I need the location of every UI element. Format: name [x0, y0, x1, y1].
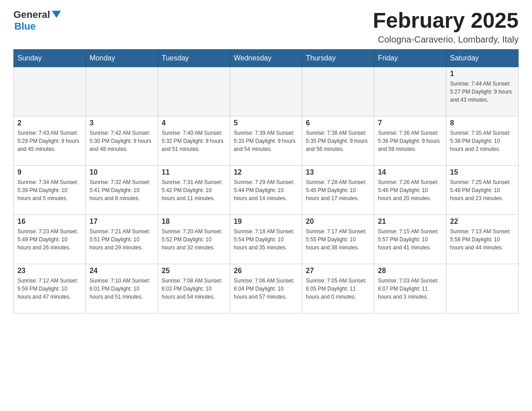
logo: General Blue	[13, 9, 61, 32]
day-number: 24	[90, 267, 154, 275]
header-sunday: Sunday	[14, 49, 86, 67]
day-info: Sunrise: 7:36 AM Sunset: 5:36 PM Dayligh…	[378, 129, 442, 153]
header-wednesday: Wednesday	[230, 49, 302, 67]
day-number: 26	[234, 267, 298, 275]
day-number: 23	[17, 267, 82, 275]
day-cell-4-2: 25Sunrise: 7:08 AM Sunset: 6:02 PM Dayli…	[158, 264, 230, 313]
week-row-4: 16Sunrise: 7:23 AM Sunset: 5:49 PM Dayli…	[14, 214, 519, 264]
day-cell-2-2: 11Sunrise: 7:31 AM Sunset: 5:42 PM Dayli…	[158, 165, 230, 214]
day-cell-4-1: 24Sunrise: 7:10 AM Sunset: 6:01 PM Dayli…	[86, 264, 158, 313]
day-info: Sunrise: 7:38 AM Sunset: 5:35 PM Dayligh…	[306, 129, 370, 153]
day-cell-2-5: 14Sunrise: 7:26 AM Sunset: 5:46 PM Dayli…	[374, 165, 446, 214]
day-cell-4-4: 27Sunrise: 7:05 AM Sunset: 6:05 PM Dayli…	[302, 264, 374, 313]
day-info: Sunrise: 7:35 AM Sunset: 5:38 PM Dayligh…	[450, 129, 515, 153]
day-info: Sunrise: 7:29 AM Sunset: 5:44 PM Dayligh…	[234, 178, 298, 202]
day-number: 16	[17, 218, 82, 226]
day-cell-0-5	[374, 67, 446, 116]
day-cell-1-6: 8Sunrise: 7:35 AM Sunset: 5:38 PM Daylig…	[446, 116, 519, 165]
day-cell-0-6: 1Sunrise: 7:44 AM Sunset: 5:27 PM Daylig…	[446, 67, 519, 116]
day-number: 1	[450, 70, 515, 78]
day-cell-3-0: 16Sunrise: 7:23 AM Sunset: 5:49 PM Dayli…	[14, 214, 86, 264]
day-cell-2-4: 13Sunrise: 7:28 AM Sunset: 5:45 PM Dayli…	[302, 165, 374, 214]
day-info: Sunrise: 7:43 AM Sunset: 5:29 PM Dayligh…	[17, 129, 82, 153]
day-info: Sunrise: 7:26 AM Sunset: 5:46 PM Dayligh…	[378, 178, 442, 202]
day-info: Sunrise: 7:31 AM Sunset: 5:42 PM Dayligh…	[162, 178, 226, 202]
day-cell-1-2: 4Sunrise: 7:40 AM Sunset: 5:32 PM Daylig…	[158, 116, 230, 165]
calendar-table: Sunday Monday Tuesday Wednesday Thursday…	[13, 49, 519, 313]
day-cell-1-5: 7Sunrise: 7:36 AM Sunset: 5:36 PM Daylig…	[374, 116, 446, 165]
day-cell-0-0	[14, 67, 86, 116]
day-number: 20	[306, 218, 370, 226]
day-cell-4-0: 23Sunrise: 7:12 AM Sunset: 5:59 PM Dayli…	[14, 264, 86, 313]
day-cell-3-6: 22Sunrise: 7:13 AM Sunset: 5:58 PM Dayli…	[446, 214, 519, 264]
day-cell-0-2	[158, 67, 230, 116]
week-row-5: 23Sunrise: 7:12 AM Sunset: 5:59 PM Dayli…	[14, 264, 519, 313]
day-number: 17	[90, 218, 154, 226]
day-info: Sunrise: 7:06 AM Sunset: 6:04 PM Dayligh…	[234, 277, 298, 301]
day-number: 12	[234, 168, 298, 176]
day-number: 8	[450, 119, 515, 127]
location-subtitle: Cologna-Caraverio, Lombardy, Italy	[373, 34, 519, 45]
header-saturday: Saturday	[446, 49, 519, 67]
day-info: Sunrise: 7:03 AM Sunset: 6:07 PM Dayligh…	[378, 277, 442, 301]
day-cell-3-3: 19Sunrise: 7:18 AM Sunset: 5:54 PM Dayli…	[230, 214, 302, 264]
day-number: 22	[450, 218, 515, 226]
page-header: General Blue February 2025 Cologna-Carav…	[13, 9, 519, 45]
day-info: Sunrise: 7:32 AM Sunset: 5:41 PM Dayligh…	[90, 178, 154, 202]
day-number: 28	[378, 267, 442, 275]
day-number: 19	[234, 218, 298, 226]
day-info: Sunrise: 7:40 AM Sunset: 5:32 PM Dayligh…	[162, 129, 226, 153]
day-info: Sunrise: 7:42 AM Sunset: 5:30 PM Dayligh…	[90, 129, 154, 153]
day-info: Sunrise: 7:34 AM Sunset: 5:39 PM Dayligh…	[17, 178, 82, 202]
day-number: 18	[162, 218, 226, 226]
day-cell-3-5: 21Sunrise: 7:15 AM Sunset: 5:57 PM Dayli…	[374, 214, 446, 264]
day-cell-1-0: 2Sunrise: 7:43 AM Sunset: 5:29 PM Daylig…	[14, 116, 86, 165]
day-number: 25	[162, 267, 226, 275]
day-cell-2-1: 10Sunrise: 7:32 AM Sunset: 5:41 PM Dayli…	[86, 165, 158, 214]
day-info: Sunrise: 7:25 AM Sunset: 5:48 PM Dayligh…	[450, 178, 515, 202]
logo-text-general: General	[13, 9, 50, 21]
header-monday: Monday	[86, 49, 158, 67]
day-cell-1-3: 5Sunrise: 7:39 AM Sunset: 5:33 PM Daylig…	[230, 116, 302, 165]
day-info: Sunrise: 7:10 AM Sunset: 6:01 PM Dayligh…	[90, 277, 154, 301]
day-cell-2-0: 9Sunrise: 7:34 AM Sunset: 5:39 PM Daylig…	[14, 165, 86, 214]
title-section: February 2025 Cologna-Caraverio, Lombard…	[373, 9, 519, 45]
day-number: 10	[90, 168, 154, 176]
day-number: 9	[17, 168, 82, 176]
day-cell-4-6	[446, 264, 519, 313]
day-number: 13	[306, 168, 370, 176]
day-number: 4	[162, 119, 226, 127]
day-cell-3-2: 18Sunrise: 7:20 AM Sunset: 5:52 PM Dayli…	[158, 214, 230, 264]
day-number: 21	[378, 218, 442, 226]
day-number: 7	[378, 119, 442, 127]
day-info: Sunrise: 7:05 AM Sunset: 6:05 PM Dayligh…	[306, 277, 370, 301]
logo-text-blue: Blue	[14, 21, 36, 32]
day-cell-2-3: 12Sunrise: 7:29 AM Sunset: 5:44 PM Dayli…	[230, 165, 302, 214]
day-info: Sunrise: 7:21 AM Sunset: 5:51 PM Dayligh…	[90, 227, 154, 252]
day-info: Sunrise: 7:13 AM Sunset: 5:58 PM Dayligh…	[450, 227, 515, 252]
day-cell-0-3	[230, 67, 302, 116]
day-cell-4-5: 28Sunrise: 7:03 AM Sunset: 6:07 PM Dayli…	[374, 264, 446, 313]
day-info: Sunrise: 7:18 AM Sunset: 5:54 PM Dayligh…	[234, 227, 298, 252]
day-number: 14	[378, 168, 442, 176]
day-info: Sunrise: 7:23 AM Sunset: 5:49 PM Dayligh…	[17, 227, 82, 252]
week-row-1: 1Sunrise: 7:44 AM Sunset: 5:27 PM Daylig…	[14, 67, 519, 116]
day-number: 15	[450, 168, 515, 176]
day-number: 27	[306, 267, 370, 275]
day-number: 2	[17, 119, 82, 127]
month-title: February 2025	[373, 9, 519, 33]
day-info: Sunrise: 7:12 AM Sunset: 5:59 PM Dayligh…	[17, 277, 82, 301]
day-cell-0-4	[302, 67, 374, 116]
day-info: Sunrise: 7:20 AM Sunset: 5:52 PM Dayligh…	[162, 227, 226, 252]
day-cell-3-1: 17Sunrise: 7:21 AM Sunset: 5:51 PM Dayli…	[86, 214, 158, 264]
header-tuesday: Tuesday	[158, 49, 230, 67]
week-row-3: 9Sunrise: 7:34 AM Sunset: 5:39 PM Daylig…	[14, 165, 519, 214]
day-info: Sunrise: 7:39 AM Sunset: 5:33 PM Dayligh…	[234, 129, 298, 153]
logo-triangle-icon	[52, 11, 61, 18]
week-row-2: 2Sunrise: 7:43 AM Sunset: 5:29 PM Daylig…	[14, 116, 519, 165]
day-info: Sunrise: 7:17 AM Sunset: 5:55 PM Dayligh…	[306, 227, 370, 252]
header-thursday: Thursday	[302, 49, 374, 67]
day-cell-4-3: 26Sunrise: 7:06 AM Sunset: 6:04 PM Dayli…	[230, 264, 302, 313]
day-cell-1-1: 3Sunrise: 7:42 AM Sunset: 5:30 PM Daylig…	[86, 116, 158, 165]
day-info: Sunrise: 7:08 AM Sunset: 6:02 PM Dayligh…	[162, 277, 226, 301]
